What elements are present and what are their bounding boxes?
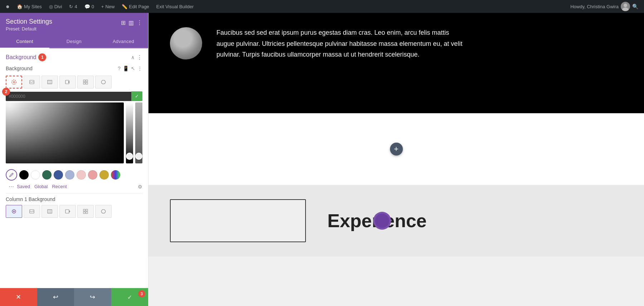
sidebar-header: Section Settings Preset: Default ⊞ ▥ ⋮ [0, 13, 148, 35]
svg-rect-24 [86, 209, 88, 211]
col-bg-pattern-btn[interactable] [77, 205, 94, 218]
new-label: New [105, 4, 114, 9]
color-confirm-btn[interactable]: ✓ [131, 91, 142, 101]
svg-point-0 [624, 4, 627, 7]
swatch-pink[interactable] [88, 170, 97, 180]
bg-help-btn[interactable]: ? [118, 66, 121, 71]
swatch-black[interactable] [19, 170, 29, 180]
split-icon[interactable]: ▥ [128, 19, 134, 26]
divi-icon: ◎ [49, 4, 53, 9]
brightness-thumb[interactable] [126, 153, 133, 160]
sidebar-title: Section Settings [6, 18, 52, 25]
collapse-icon[interactable]: ∧ [131, 54, 135, 60]
bottom-action-bar: ✕ ↩ ↪ ✓ 3 [0, 288, 148, 306]
wp-logo[interactable]: ● [3, 0, 13, 13]
tab-advanced[interactable]: Advanced [99, 35, 148, 48]
swatch-white[interactable] [31, 170, 40, 180]
eyedropper-btn[interactable] [6, 169, 17, 181]
more-icon[interactable]: ⋮ [137, 19, 142, 26]
howdy-section[interactable]: Howdy, Christina Gwira 🔍 [567, 2, 641, 11]
sidebar-preset: Preset: Default [6, 26, 52, 32]
swatch-light-blue[interactable] [65, 170, 74, 180]
col-bg-type-row [6, 205, 142, 218]
edit-page-label: Edit Page [129, 4, 149, 9]
my-sites-label: My Sites [24, 4, 42, 9]
cancel-btn[interactable]: ✕ [0, 288, 37, 306]
add-section-label: + [394, 144, 399, 154]
home-icon: 🏠 [17, 4, 23, 9]
opacity-thumb[interactable] [135, 153, 142, 160]
new-menu[interactable]: + New [98, 0, 118, 13]
color-gradient-box[interactable] [6, 102, 124, 163]
col-bg-image-btn[interactable] [24, 205, 40, 218]
add-section-btn[interactable]: + [390, 143, 403, 156]
background-badge: 1 [38, 53, 46, 61]
bg-icons: ? 📱 ↖ ⋮ [118, 66, 142, 71]
section-more-icon[interactable]: ⋮ [137, 54, 142, 61]
bg-gradient-btn[interactable] [42, 76, 58, 89]
opacity-slider[interactable] [135, 102, 142, 163]
col-bg-video-btn[interactable] [59, 205, 76, 218]
tab-design[interactable]: Design [49, 35, 99, 48]
swatch-dark-green[interactable] [42, 170, 52, 180]
undo-btn[interactable]: ↩ [37, 288, 74, 306]
plus-icon: + [101, 4, 104, 9]
divi-menu[interactable]: ◎ Divi [46, 0, 65, 13]
bg-video-btn[interactable] [59, 76, 76, 89]
responsive-icon[interactable]: ⊞ [121, 19, 126, 26]
edit-icon: ✏️ [122, 4, 127, 9]
tab-global[interactable]: Global [34, 184, 48, 189]
section-gray: Experience [148, 185, 644, 257]
save-btn[interactable]: ✓ 3 [111, 288, 148, 306]
svg-marker-22 [69, 210, 70, 212]
color-picker-wrapper [6, 102, 142, 163]
page-canvas[interactable]: Faucibus sed sed erat ipsum purus egesta… [148, 13, 644, 306]
swatch-blue[interactable] [54, 170, 63, 180]
main-layout: Section Settings Preset: Default ⊞ ▥ ⋮ C… [0, 13, 644, 306]
swatch-rainbow[interactable] [111, 170, 120, 180]
section-black: Faucibus sed sed erat ipsum purus egesta… [148, 13, 644, 113]
admin-bar: ● 🏠 My Sites ◎ Divi ↻ 4 💬 0 + New ✏️ Edi… [0, 0, 644, 13]
bg-device-btn[interactable]: 📱 [123, 66, 129, 71]
bg-mask-btn[interactable] [95, 76, 112, 89]
comments-menu[interactable]: 💬 0 [82, 0, 97, 13]
bg-more-btn[interactable]: ⋮ [137, 66, 142, 71]
profile-avatar [170, 27, 202, 59]
swatch-light-pink[interactable] [77, 170, 86, 180]
col-bg-section: Column 1 Background [0, 193, 148, 221]
sidebar-panel: Section Settings Preset: Default ⊞ ▥ ⋮ C… [0, 13, 148, 306]
color-hex-input[interactable] [6, 92, 131, 101]
col-bg-gradient-btn[interactable] [42, 205, 58, 218]
refresh-icon: ↻ [69, 4, 73, 9]
admin-bar-right: Howdy, Christina Gwira 🔍 [567, 2, 641, 11]
color-tabs-area: ··· Saved Global Recent ⚙ [0, 183, 148, 193]
tab-saved[interactable]: Saved [17, 184, 30, 189]
edit-page-btn[interactable]: ✏️ Edit Page [119, 0, 152, 13]
comments-count-menu[interactable]: ↻ 4 [66, 0, 80, 13]
redo-btn[interactable]: ↪ [74, 288, 111, 306]
sidebar-tabs: Content Design Advanced [0, 35, 148, 48]
bg-cursor-btn[interactable]: ↖ [131, 66, 135, 71]
background-label-row: Background ? 📱 ↖ ⋮ [0, 64, 148, 74]
color-settings-icon[interactable]: ⚙ [138, 184, 142, 190]
experience-title: Experience [327, 210, 427, 231]
bg-color-btn[interactable] [6, 76, 22, 89]
tab-content[interactable]: Content [0, 35, 49, 48]
svg-point-3 [13, 81, 15, 83]
admin-search-icon[interactable]: 🔍 [632, 4, 638, 9]
color-picker-area: 2 ✓ [6, 91, 142, 163]
more-swatches-icon[interactable]: ··· [3, 183, 14, 190]
col-bg-mask-btn[interactable] [95, 205, 112, 218]
my-sites-menu[interactable]: 🏠 My Sites [14, 0, 45, 13]
brightness-slider[interactable] [126, 102, 133, 163]
badge-2: 2 [2, 88, 10, 96]
swatch-gold[interactable] [99, 170, 109, 180]
bg-pattern-btn[interactable] [77, 76, 94, 89]
svg-rect-23 [83, 209, 85, 211]
bg-image-btn[interactable] [24, 76, 40, 89]
exit-vb-btn[interactable]: Exit Visual Builder [153, 0, 197, 13]
svg-rect-18 [48, 210, 52, 213]
tab-recent[interactable]: Recent [52, 184, 67, 189]
experience-box [170, 199, 306, 242]
col-bg-color-btn[interactable] [6, 205, 22, 218]
